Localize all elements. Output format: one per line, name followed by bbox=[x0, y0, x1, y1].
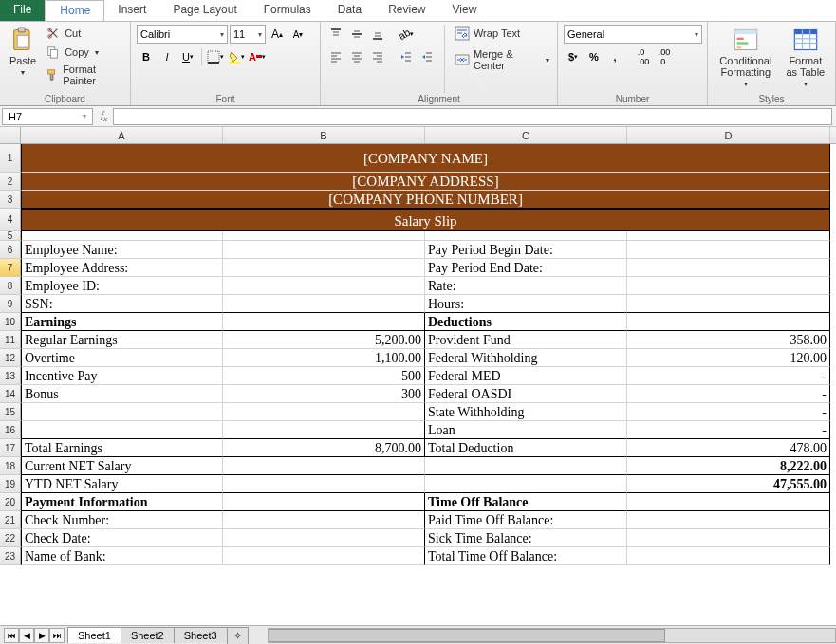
new-sheet-button[interactable]: ✧ bbox=[227, 627, 249, 644]
row-header[interactable]: 19 bbox=[0, 475, 21, 493]
cell[interactable] bbox=[223, 421, 425, 439]
cell[interactable] bbox=[425, 231, 627, 241]
cell[interactable] bbox=[223, 547, 425, 565]
row-header[interactable]: 11 bbox=[0, 331, 21, 349]
row-header[interactable]: 9 bbox=[0, 295, 21, 313]
cell[interactable] bbox=[627, 529, 830, 547]
row-header[interactable]: 6 bbox=[0, 241, 21, 259]
cell[interactable] bbox=[425, 457, 627, 475]
cell[interactable]: Total Time Off Balance: bbox=[425, 547, 627, 565]
cell[interactable]: Check Number: bbox=[21, 511, 223, 529]
row-header[interactable]: 13 bbox=[0, 367, 21, 385]
decrease-decimal-button[interactable]: .00.0 bbox=[655, 47, 674, 66]
sheet-tab-2[interactable]: Sheet2 bbox=[121, 627, 175, 643]
cell[interactable] bbox=[223, 493, 425, 511]
conditional-formatting-button[interactable]: Conditional Formatting▾ bbox=[714, 25, 778, 90]
format-as-table-button[interactable]: Format as Table▾ bbox=[782, 25, 829, 90]
cell[interactable]: State Withholding bbox=[425, 403, 627, 421]
cell[interactable]: - bbox=[627, 421, 830, 439]
align-bottom-button[interactable] bbox=[368, 25, 387, 44]
row-header[interactable]: 14 bbox=[0, 385, 21, 403]
cell[interactable]: Regular Earnings bbox=[21, 331, 223, 349]
cell[interactable]: Name of Bank: bbox=[21, 547, 223, 565]
sheet-nav-next[interactable]: ▶ bbox=[34, 628, 49, 643]
cell[interactable]: Employee ID: bbox=[21, 277, 223, 295]
font-size-combo[interactable]: 11▾ bbox=[230, 25, 266, 44]
name-box[interactable]: H7▾ bbox=[2, 108, 93, 125]
cell[interactable] bbox=[223, 457, 425, 475]
cell[interactable]: 120.00 bbox=[627, 349, 830, 367]
percent-button[interactable]: % bbox=[585, 47, 604, 66]
wrap-text-button[interactable]: Wrap Text bbox=[453, 25, 551, 42]
sheet-tab-3[interactable]: Sheet3 bbox=[174, 627, 228, 643]
copy-button[interactable]: Copy▾ bbox=[44, 44, 124, 61]
row-header[interactable]: 18 bbox=[0, 457, 21, 475]
italic-button[interactable]: I bbox=[158, 47, 176, 66]
cell[interactable]: [COMPANY ADDRESS] bbox=[21, 173, 830, 191]
cell[interactable]: 8,222.00 bbox=[627, 457, 830, 475]
cell[interactable]: - bbox=[627, 403, 830, 421]
row-header[interactable]: 4 bbox=[0, 209, 21, 231]
row-header[interactable]: 21 bbox=[0, 511, 21, 529]
orientation-button[interactable]: ab▾ bbox=[397, 25, 416, 44]
sheet-nav-last[interactable]: ⏭ bbox=[49, 628, 65, 643]
cell[interactable]: 47,555.00 bbox=[627, 475, 830, 493]
align-middle-button[interactable] bbox=[347, 25, 366, 44]
formula-input[interactable] bbox=[113, 108, 832, 125]
select-all-corner[interactable] bbox=[0, 127, 21, 143]
cell[interactable] bbox=[21, 421, 223, 439]
align-top-button[interactable] bbox=[326, 25, 345, 44]
cell[interactable]: Provident Fund bbox=[425, 331, 627, 349]
number-format-combo[interactable]: General▾ bbox=[564, 25, 702, 44]
cell[interactable]: Earnings bbox=[21, 313, 223, 331]
cell[interactable]: [COMPANY NAME] bbox=[21, 144, 830, 173]
cell[interactable] bbox=[21, 403, 223, 421]
align-right-button[interactable] bbox=[368, 47, 387, 66]
cell[interactable]: 358.00 bbox=[627, 331, 830, 349]
align-left-button[interactable] bbox=[326, 47, 345, 66]
cell[interactable] bbox=[627, 277, 830, 295]
cut-button[interactable]: Cut bbox=[44, 25, 124, 42]
tab-file[interactable]: File bbox=[0, 0, 46, 21]
row-header[interactable]: 17 bbox=[0, 439, 21, 457]
cell[interactable]: - bbox=[627, 367, 830, 385]
cell[interactable] bbox=[627, 547, 830, 565]
cell[interactable] bbox=[425, 475, 627, 493]
tab-data[interactable]: Data bbox=[325, 0, 375, 21]
tab-view[interactable]: View bbox=[439, 0, 491, 21]
align-center-button[interactable] bbox=[347, 47, 366, 66]
cell[interactable]: Federal OASDI bbox=[425, 385, 627, 403]
border-button[interactable]: ▾ bbox=[206, 47, 225, 66]
col-header-b[interactable]: B bbox=[223, 127, 425, 143]
cell[interactable] bbox=[223, 259, 425, 277]
cell[interactable]: [COMPANY PHONE NUMBER] bbox=[21, 191, 830, 209]
cell[interactable]: Total Earnings bbox=[21, 439, 223, 457]
row-header[interactable]: 16 bbox=[0, 421, 21, 439]
cell[interactable]: Bonus bbox=[21, 385, 223, 403]
cell[interactable] bbox=[627, 511, 830, 529]
cell[interactable] bbox=[223, 403, 425, 421]
cell[interactable]: Employee Address: bbox=[21, 259, 223, 277]
currency-button[interactable]: $▾ bbox=[564, 47, 583, 66]
cell[interactable]: YTD NET Salary bbox=[21, 475, 223, 493]
grow-font-button[interactable]: A▴ bbox=[268, 25, 287, 44]
cell[interactable]: Sick Time Balance: bbox=[425, 529, 627, 547]
tab-page-layout[interactable]: Page Layout bbox=[159, 0, 250, 21]
font-color-button[interactable]: A▾ bbox=[248, 47, 267, 66]
cell[interactable] bbox=[627, 313, 830, 331]
col-header-d[interactable]: D bbox=[627, 127, 830, 143]
cell[interactable]: Federal Withholding bbox=[425, 349, 627, 367]
row-header[interactable]: 1 bbox=[0, 144, 21, 173]
cell[interactable]: Pay Period Begin Date: bbox=[425, 241, 627, 259]
underline-button[interactable]: U▾ bbox=[178, 47, 197, 66]
cell[interactable]: Federal MED bbox=[425, 367, 627, 385]
sheet-nav-first[interactable]: ⏮ bbox=[4, 628, 19, 643]
cell[interactable]: Pay Period End Date: bbox=[425, 259, 627, 277]
cell[interactable] bbox=[627, 231, 830, 241]
cell[interactable]: Hours: bbox=[425, 295, 627, 313]
cell[interactable]: Payment Information bbox=[21, 493, 223, 511]
cell[interactable]: Total Deduction bbox=[425, 439, 627, 457]
tab-review[interactable]: Review bbox=[375, 0, 438, 21]
merge-center-button[interactable]: Merge & Center▾ bbox=[453, 47, 551, 72]
decrease-indent-button[interactable] bbox=[397, 47, 416, 66]
